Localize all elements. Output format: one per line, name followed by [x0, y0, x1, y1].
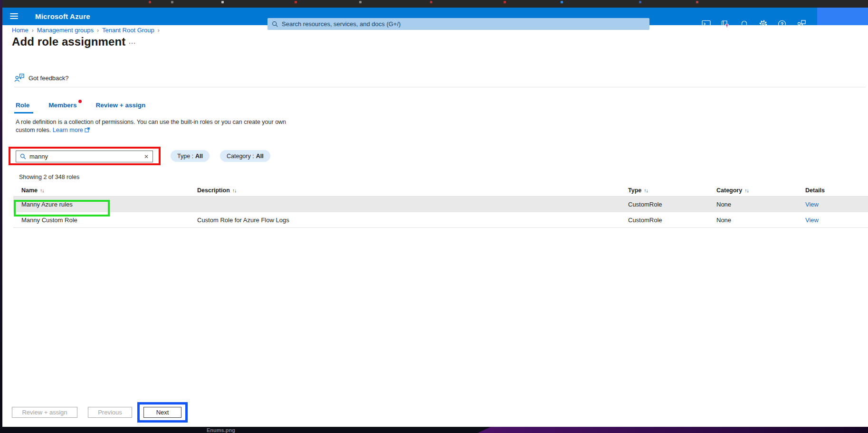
role-name[interactable]: Manny Custom Role: [21, 216, 77, 224]
filter-pill-category[interactable]: Category :All: [220, 150, 270, 162]
breadcrumb-management-groups[interactable]: Management groups: [37, 27, 94, 34]
tab-members[interactable]: Members: [48, 102, 76, 109]
roles-table: Name↑↓ Description↑↓ Type↑↓ Category↑↓ D…: [13, 186, 868, 228]
tab-favicon: [171, 1, 173, 3]
tab-favicon: [149, 1, 151, 3]
filter-pill-type[interactable]: Type :All: [171, 150, 210, 162]
tab-favicon: [359, 1, 362, 3]
breadcrumb-separator: ›: [32, 27, 34, 34]
bottom-taskbar: Enums.png: [0, 427, 868, 433]
role-description-cell: Custom Role for Azure Flow Logs: [197, 216, 289, 224]
divider: [14, 87, 866, 87]
global-search-input[interactable]: [282, 20, 614, 28]
review-assign-button[interactable]: Review + assign: [12, 407, 77, 418]
breadcrumb-separator: ›: [97, 27, 99, 34]
sort-icon: ↑↓: [744, 188, 749, 193]
table-row-manny-azure-rules[interactable]: Manny Azure rules CustomRole None View: [13, 197, 868, 212]
tab-favicon: [295, 1, 297, 3]
page-title: Add role assignment: [12, 35, 125, 48]
role-category: None: [716, 216, 731, 224]
feedback-icon: [14, 74, 24, 83]
column-header-description[interactable]: Description↑↓: [197, 187, 236, 194]
table-row-manny-custom-role[interactable]: Manny Custom Role Custom Role for Azure …: [13, 212, 868, 228]
tab-favicon: [504, 1, 506, 3]
portal-menu-icon[interactable]: [10, 13, 18, 19]
sort-icon: ↑↓: [232, 188, 237, 193]
role-description: A role definition is a collection of per…: [16, 118, 286, 134]
header-icon-group: ?: [696, 15, 811, 33]
tab-favicon: [430, 1, 432, 3]
got-feedback-button[interactable]: Got feedback?: [14, 74, 69, 83]
column-header-name[interactable]: Name↑↓: [21, 187, 44, 194]
previous-button[interactable]: Previous: [88, 407, 132, 418]
annotation-blue-box: [137, 402, 188, 423]
directory-filter-icon[interactable]: [715, 15, 734, 33]
tab-role[interactable]: Role: [16, 102, 29, 109]
brand-title: Microsoft Azure: [35, 12, 90, 20]
breadcrumb-separator: ›: [158, 27, 160, 34]
external-link-icon: [85, 127, 90, 132]
role-category: None: [716, 201, 731, 208]
breadcrumb-home[interactable]: Home: [12, 27, 29, 34]
azure-portal-window: Microsoft Azure: [0, 0, 868, 433]
taskbar-gradient: [477, 427, 868, 433]
sort-icon: ↑↓: [644, 188, 648, 193]
column-header-category[interactable]: Category↑↓: [716, 187, 749, 194]
notifications-icon[interactable]: [734, 15, 754, 33]
settings-icon[interactable]: [754, 15, 773, 33]
account-area[interactable]: [817, 8, 868, 25]
members-alert-dot: [78, 100, 82, 103]
role-type: CustomRole: [628, 216, 662, 224]
role-type: CustomRole: [628, 201, 662, 208]
tab-favicon: [221, 1, 224, 3]
view-details-link[interactable]: View: [805, 201, 819, 208]
annotation-green-box: [14, 200, 110, 216]
column-header-type[interactable]: Type↑↓: [628, 187, 648, 194]
cloud-shell-icon[interactable]: [696, 15, 715, 33]
feedback-icon[interactable]: [792, 15, 811, 33]
global-search-box[interactable]: [267, 18, 649, 30]
active-tab-underline: [14, 112, 33, 113]
breadcrumb: Home›Management groups›Tenant Root Group…: [12, 27, 163, 34]
background-window-edge: [0, 0, 2, 427]
help-icon[interactable]: ?: [773, 15, 792, 33]
search-icon: [272, 21, 278, 28]
table-header-row: Name↑↓ Description↑↓ Type↑↓ Category↑↓ D…: [13, 186, 868, 197]
tab-favicon: [696, 1, 698, 3]
learn-more-link[interactable]: Learn more: [53, 127, 83, 133]
tab-favicon: [639, 1, 641, 3]
tab-bar: Role Members Review + assign: [16, 102, 164, 109]
azure-top-bar: Microsoft Azure: [0, 8, 868, 25]
column-header-details: Details: [805, 187, 825, 194]
taskbar-filename: Enums.png: [207, 427, 235, 433]
view-details-link[interactable]: View: [805, 216, 819, 224]
tab-favicon: [561, 1, 563, 3]
title-more-icon[interactable]: …: [128, 37, 136, 46]
results-summary: Showing 2 of 348 roles: [19, 174, 79, 180]
got-feedback-label: Got feedback?: [29, 75, 69, 82]
svg-text:?: ?: [781, 21, 783, 27]
breadcrumb-tenant-root-group[interactable]: Tenant Root Group: [102, 27, 154, 34]
tab-review-assign[interactable]: Review + assign: [96, 102, 146, 109]
browser-tab-strip: [0, 0, 868, 8]
annotation-red-box: [9, 147, 161, 165]
sort-icon: ↑↓: [40, 188, 44, 193]
